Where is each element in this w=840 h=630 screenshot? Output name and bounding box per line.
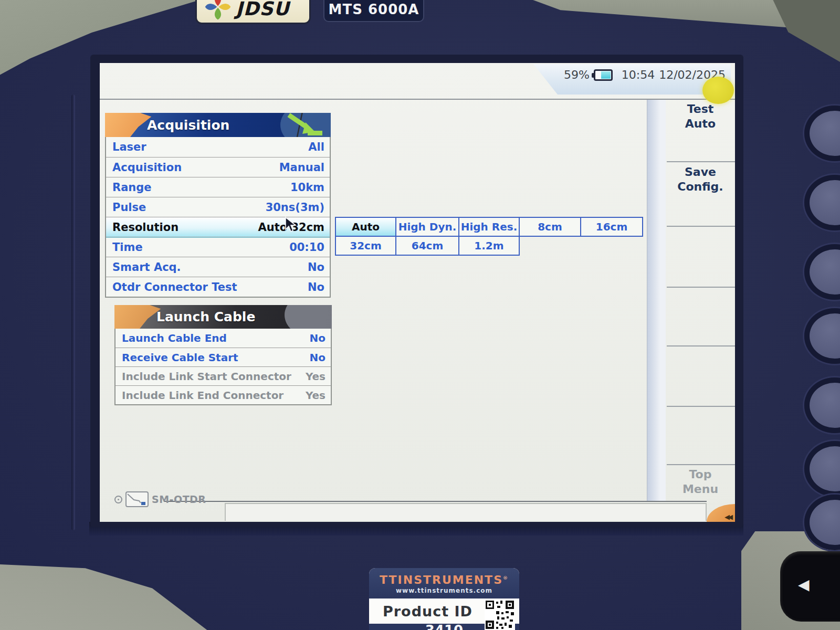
softkey-label-line: Save bbox=[666, 165, 735, 180]
acquisition-panel-header: Acquisition bbox=[105, 113, 331, 137]
softkey-separator bbox=[667, 287, 735, 288]
sticker-url: www.ttinstruments.com bbox=[396, 587, 492, 594]
physical-softkey-3[interactable] bbox=[804, 244, 840, 300]
jdsu-pinwheel-icon bbox=[204, 0, 232, 20]
row-value: Yes bbox=[306, 389, 326, 402]
softkey-label-line: Top bbox=[666, 467, 735, 482]
acquisition-panel: Acquisition Laser All Acquisition Manual bbox=[105, 113, 331, 298]
softkey-separator bbox=[667, 226, 735, 227]
back-arrow-button[interactable]: ◀ bbox=[780, 551, 840, 622]
row-value: All bbox=[308, 141, 324, 153]
res-option-high-res[interactable]: High Res. bbox=[458, 217, 520, 237]
softkey-top-menu[interactable]: Top Menu bbox=[666, 467, 735, 497]
softkey-save-config[interactable]: Save Config. bbox=[666, 165, 735, 194]
softkey-divider-band bbox=[647, 100, 666, 501]
screen: 59% 10:54 12/02/2025 Test Auto Save Conf… bbox=[100, 63, 735, 522]
row-label: Range bbox=[112, 181, 152, 194]
status-divider bbox=[100, 99, 735, 100]
sticker-brand: TTINSTRUMENTS® bbox=[380, 572, 509, 586]
qr-code bbox=[485, 600, 515, 630]
row-include-link-start-connector: Include Link Start Connector Yes bbox=[116, 366, 331, 385]
row-launch-cable-end[interactable]: Launch Cable End No bbox=[116, 329, 331, 348]
res-option-8cm[interactable]: 8cm bbox=[519, 217, 581, 237]
row-label: Time bbox=[112, 241, 143, 254]
row-label: Launch Cable End bbox=[122, 332, 227, 344]
res-option-label: High Dyn. bbox=[398, 220, 457, 233]
model-text: MTS 6000A bbox=[329, 0, 419, 17]
row-time[interactable]: Time 00:10 bbox=[106, 237, 330, 257]
row-value: No bbox=[310, 332, 326, 344]
message-tab bbox=[225, 503, 707, 521]
row-pulse[interactable]: Pulse 30ns(3m) bbox=[106, 197, 330, 217]
row-label: Laser bbox=[112, 141, 146, 153]
back-arrow-icon: ◀ bbox=[798, 578, 810, 592]
res-option-label: Auto bbox=[352, 220, 380, 233]
model-badge: MTS 6000A bbox=[323, 0, 424, 22]
row-otdr-connector-test[interactable]: Otdr Connector Test No bbox=[106, 277, 330, 297]
physical-softkey-1[interactable] bbox=[804, 106, 840, 161]
ttinstruments-sticker: TTINSTRUMENTS® www.ttinstruments.com Pro… bbox=[369, 568, 519, 630]
res-option-label: 16cm bbox=[596, 220, 628, 233]
battery-icon bbox=[594, 69, 613, 81]
bottom-divider bbox=[164, 501, 707, 502]
softkey-test-auto[interactable]: Test Auto bbox=[666, 102, 735, 131]
module-radio-icon bbox=[114, 496, 122, 503]
res-option-auto[interactable]: Auto bbox=[335, 217, 396, 237]
softkey-separator bbox=[667, 464, 735, 465]
launch-cable-rows: Launch Cable End No Receive Cable Start … bbox=[114, 329, 332, 405]
res-option-1-2m[interactable]: 1.2m bbox=[458, 236, 520, 256]
row-acquisition[interactable]: Acquisition Manual bbox=[106, 157, 330, 177]
otdr-trace-icon bbox=[125, 491, 149, 507]
collapse-arrows-icon: ◀◀ bbox=[724, 513, 733, 521]
launch-cable-title: Launch Cable bbox=[156, 309, 255, 324]
physical-softkey-5[interactable] bbox=[804, 377, 840, 433]
row-value: Yes bbox=[306, 370, 326, 383]
softkey-separator bbox=[667, 161, 735, 162]
yellow-sticker-dot bbox=[702, 77, 734, 104]
row-label: Smart Acq. bbox=[112, 261, 181, 274]
physical-softkey-2[interactable] bbox=[804, 175, 840, 230]
row-label: Receive Cable Start bbox=[122, 351, 238, 364]
res-option-high-dyn[interactable]: High Dyn. bbox=[395, 217, 459, 237]
row-value: Manual bbox=[279, 161, 324, 174]
row-label: Pulse bbox=[112, 201, 146, 214]
battery-percent: 59% bbox=[564, 68, 590, 81]
brand-text: JDSU bbox=[236, 0, 289, 19]
otdr-device: JDSU MTS 6000A 59% 10:54 12/02/2025 Test… bbox=[0, 0, 840, 630]
row-laser[interactable]: Laser All bbox=[106, 137, 330, 157]
row-receive-cable-start[interactable]: Receive Cable Start No bbox=[116, 348, 331, 366]
res-option-64cm[interactable]: 64cm bbox=[395, 236, 459, 256]
softkey-label-line: Menu bbox=[666, 482, 735, 497]
trace-arrow-icon bbox=[282, 113, 328, 137]
module-label: SM-OTDR bbox=[152, 494, 206, 505]
res-option-label: High Res. bbox=[461, 220, 518, 233]
collapse-corner-button[interactable]: ◀◀ bbox=[707, 504, 735, 522]
row-value: 10km bbox=[290, 181, 324, 194]
row-include-link-end-connector: Include Link End Connector Yes bbox=[116, 385, 331, 404]
physical-softkey-4[interactable] bbox=[804, 308, 840, 364]
softkey-label-line: Auto bbox=[666, 117, 735, 131]
softkey-label-line: Test bbox=[666, 102, 735, 117]
res-option-label: 64cm bbox=[412, 239, 444, 252]
res-option-label: 32cm bbox=[350, 239, 382, 252]
mouse-cursor bbox=[285, 217, 298, 233]
physical-softkey-6[interactable] bbox=[804, 441, 840, 497]
bezel-groove bbox=[71, 94, 75, 530]
registered-mark: ® bbox=[503, 575, 509, 581]
row-value: No bbox=[310, 351, 326, 364]
row-range[interactable]: Range 10km bbox=[106, 177, 330, 197]
res-option-32cm[interactable]: 32cm bbox=[335, 236, 396, 256]
row-smart-acq[interactable]: Smart Acq. No bbox=[106, 257, 330, 277]
row-label: Include Link End Connector bbox=[122, 389, 284, 402]
res-option-16cm[interactable]: 16cm bbox=[580, 217, 643, 237]
launch-cable-panel-header: Launch Cable bbox=[114, 305, 332, 329]
launch-cable-panel: Launch Cable Launch Cable End No Receive… bbox=[114, 305, 332, 405]
module-tab-sm-otdr[interactable]: SM-OTDR bbox=[114, 491, 206, 507]
sticker-product-row: Product ID bbox=[369, 598, 519, 624]
sticker-top-band: TTINSTRUMENTS® www.ttinstruments.com bbox=[369, 568, 519, 598]
row-value: 30ns(3m) bbox=[266, 201, 324, 214]
bezel-bottom-left bbox=[0, 555, 304, 630]
row-value: No bbox=[308, 261, 324, 274]
header-orb bbox=[285, 305, 332, 329]
jdsu-logo-badge: JDSU bbox=[195, 0, 311, 24]
